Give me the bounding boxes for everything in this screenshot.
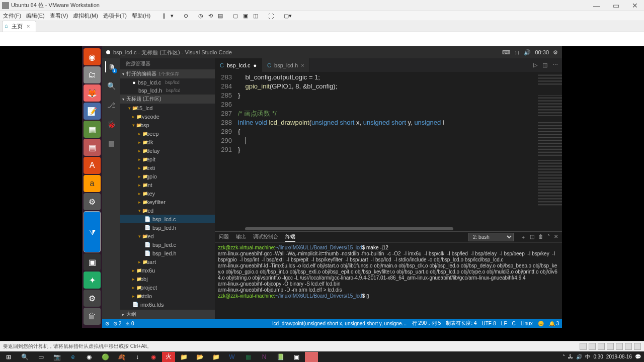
- chrome-icon[interactable]: ◉: [82, 352, 97, 362]
- terminal-tab[interactable]: 输出: [236, 232, 246, 242]
- menu-vm[interactable]: 虚拟机(M): [73, 12, 98, 20]
- split-terminal-icon[interactable]: ◫: [530, 234, 534, 241]
- status-lang[interactable]: C: [512, 321, 516, 326]
- gear-icon[interactable]: ⚙: [553, 49, 558, 56]
- tree-item[interactable]: clk: [120, 138, 215, 146]
- tree-item[interactable]: bsp_lcd.c: [120, 215, 215, 223]
- tree-item[interactable]: keyfilter: [120, 198, 215, 206]
- hscrollbar[interactable]: [215, 226, 562, 231]
- new-terminal-icon[interactable]: ＋: [521, 234, 526, 241]
- tree-item[interactable]: gpio: [120, 172, 215, 180]
- app-taskbar-5[interactable]: 火: [162, 352, 175, 362]
- editor-tab[interactable]: C bsp_lcd.h ×: [262, 58, 309, 72]
- tree-item[interactable]: .vscode: [120, 112, 215, 121]
- tray-up-icon[interactable]: ˄: [562, 354, 565, 359]
- software-icon[interactable]: A: [84, 157, 101, 174]
- tree-item[interactable]: bsp_led.h: [120, 249, 215, 257]
- run-icon[interactable]: ▷: [533, 62, 537, 68]
- onenote-icon[interactable]: N: [257, 352, 272, 362]
- trash-icon[interactable]: 🗑: [84, 308, 101, 325]
- split-icon[interactable]: ◫: [542, 62, 547, 68]
- shell-select[interactable]: 2: bash: [468, 233, 514, 241]
- vmware-taskbar-icon[interactable]: ▣: [289, 352, 304, 362]
- amazon-icon[interactable]: a: [84, 175, 101, 192]
- status-os[interactable]: Linux: [521, 321, 533, 326]
- more-icon[interactable]: ⋯: [552, 62, 558, 68]
- open-editors-header[interactable]: ▾ 打开的编辑器 1个未保存: [120, 69, 215, 78]
- word-icon[interactable]: W: [224, 352, 239, 362]
- excel-icon[interactable]: ▦: [240, 352, 256, 362]
- menu-view[interactable]: 查看(V): [50, 12, 68, 20]
- impress-icon[interactable]: ▤: [84, 139, 101, 156]
- app-taskbar-3[interactable]: ↓: [130, 352, 145, 362]
- search-taskbar-icon[interactable]: 🔍: [17, 352, 32, 362]
- volume-icon[interactable]: 🔊: [524, 49, 531, 56]
- menu-help[interactable]: 帮助(H): [132, 12, 150, 20]
- kill-terminal-icon[interactable]: 🗑: [538, 234, 543, 241]
- tree-item[interactable]: delay: [120, 146, 215, 155]
- tree-item[interactable]: stdio: [120, 292, 215, 300]
- camera-taskbar-icon[interactable]: 📷: [49, 352, 64, 362]
- network-icon[interactable]: ↕↓: [514, 49, 520, 55]
- tree-item[interactable]: beep: [120, 129, 215, 138]
- settings-icon[interactable]: ⚙: [84, 193, 101, 210]
- folder2-taskbar-icon[interactable]: 📁: [208, 352, 223, 362]
- menu-tabs[interactable]: 选项卡(T): [103, 12, 127, 20]
- terminal-icon[interactable]: ▣: [84, 253, 101, 270]
- terminal-tab[interactable]: 终端: [285, 232, 295, 242]
- tray-ime[interactable]: 中: [585, 353, 590, 360]
- status-left-1[interactable]: ⊙ 2: [113, 321, 121, 326]
- taskview-icon[interactable]: ▭: [33, 352, 48, 362]
- status-indent[interactable]: 制表符长度: 4: [446, 320, 476, 327]
- explorer-taskbar-icon[interactable]: 📁: [176, 352, 191, 362]
- tray-net-icon[interactable]: 🖧: [568, 354, 573, 359]
- firefox-icon[interactable]: 🦊: [84, 84, 101, 102]
- app-taskbar-2[interactable]: 🍂: [114, 352, 129, 362]
- tree-item[interactable]: 15_lcd: [120, 104, 215, 112]
- vscode-launcher-icon[interactable]: ⧩: [84, 211, 101, 252]
- dropdown-icon[interactable]: ▾: [171, 13, 174, 19]
- explorer-icon[interactable]: 🗎1: [105, 61, 116, 72]
- snapshot-icon[interactable]: ⊙: [184, 13, 188, 19]
- close-button[interactable]: ✕: [628, 1, 642, 10]
- tray-vol-icon[interactable]: 🔊: [576, 354, 582, 359]
- status-bell[interactable]: 🔔 3: [549, 321, 559, 326]
- terminal-tab[interactable]: 问题: [219, 232, 229, 242]
- revert-icon[interactable]: ⟲: [208, 13, 213, 19]
- menu-edit[interactable]: 编辑(E): [26, 12, 45, 20]
- settings2-icon[interactable]: ⚙: [84, 290, 101, 307]
- full-screen-icon[interactable]: ⛶: [268, 13, 274, 19]
- open-file[interactable]: bsp_lcd.hbsp/lcd: [120, 86, 215, 95]
- maximize-panel-icon[interactable]: ˄: [547, 234, 550, 241]
- minimize-button[interactable]: —: [590, 1, 604, 10]
- status-enc[interactable]: UTF-8: [482, 321, 496, 326]
- app-taskbar-1[interactable]: 🟢: [98, 352, 113, 362]
- tree-item[interactable]: imx6u: [120, 266, 215, 275]
- tray-date[interactable]: 2019-08-16: [606, 354, 632, 359]
- scm-icon[interactable]: ⎇: [106, 100, 117, 111]
- code-editor[interactable]: 283284285286287288289290291 bl_config.ou…: [215, 72, 562, 226]
- tree-item[interactable]: led: [120, 232, 215, 240]
- terminal-body[interactable]: zzk@zzk-virtual-machine:~/linux/IMX6ULL/…: [215, 243, 562, 319]
- unity-icon[interactable]: ▣: [243, 13, 248, 19]
- extensions-icon[interactable]: ▦: [106, 138, 117, 149]
- app-taskbar-4[interactable]: ◉: [146, 352, 161, 362]
- workspace-header[interactable]: ▾无标题 (工作区): [120, 95, 215, 104]
- keyboard-icon[interactable]: ⌨: [502, 49, 510, 56]
- menu-file[interactable]: 文件(F): [3, 12, 21, 20]
- outline-header[interactable]: ▸大纲: [120, 310, 215, 319]
- edge-icon[interactable]: e: [65, 352, 80, 362]
- fullview-icon[interactable]: ▢: [233, 13, 238, 19]
- manage-icon[interactable]: ▤: [218, 13, 223, 19]
- editor-tab[interactable]: C bsp_lcd.c ●: [215, 58, 262, 72]
- tree-item[interactable]: obj: [120, 275, 215, 283]
- status-left-2[interactable]: ⚠ 0: [125, 321, 134, 326]
- status-eol[interactable]: LF: [501, 321, 507, 326]
- debug-icon[interactable]: 🐞: [106, 119, 117, 130]
- tree-item[interactable]: epit: [120, 155, 215, 163]
- tree-item[interactable]: exti: [120, 163, 215, 172]
- app-icon[interactable]: ✦: [84, 272, 101, 289]
- close-panel-icon[interactable]: ✕: [554, 234, 558, 241]
- app-taskbar-6[interactable]: 📗: [273, 352, 288, 362]
- calc-icon[interactable]: ▦: [84, 121, 101, 138]
